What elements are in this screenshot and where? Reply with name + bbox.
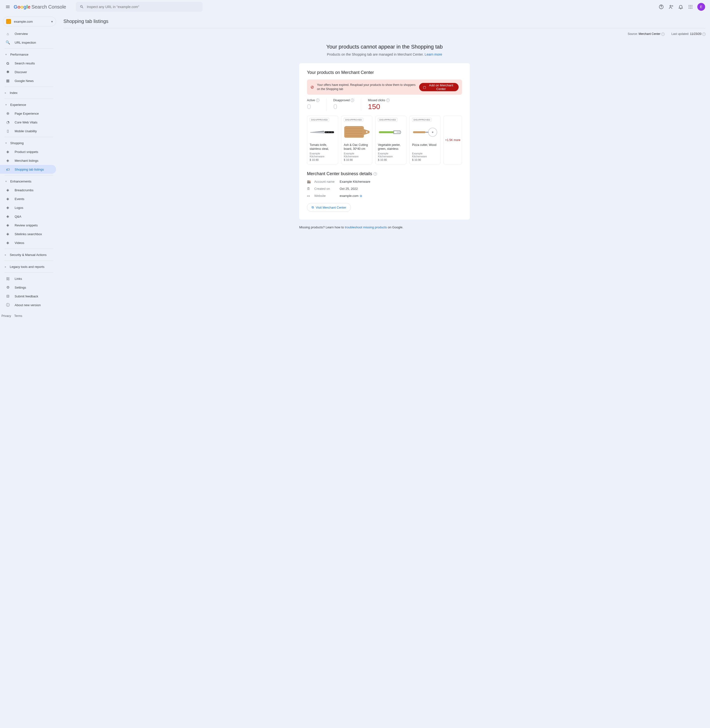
nav-url-inspection[interactable]: 🔍URL inspection	[0, 38, 56, 47]
users-button[interactable]	[668, 4, 674, 10]
privacy-link[interactable]: Privacy	[1, 314, 11, 318]
svg-point-12	[326, 132, 326, 132]
nav-logos[interactable]: ◈Logos	[0, 203, 56, 212]
nav-core-web-vitals[interactable]: ◔Core Web Vitals	[0, 118, 56, 126]
svg-rect-17	[397, 132, 402, 133]
search-input[interactable]	[87, 5, 199, 9]
peeler-icon	[378, 129, 404, 135]
detail-created-on: 🗓Created onOct 25, 2022	[307, 187, 462, 191]
svg-point-5	[688, 6, 689, 7]
nav-group-security[interactable]: ▸Security & Manual Actions	[0, 250, 59, 259]
apps-button[interactable]	[688, 4, 694, 10]
plus-circle-icon: ⊕	[5, 111, 10, 116]
product-list: DISAPPROVED Tomato knife, stainless stea…	[307, 116, 462, 165]
stat-missed-clicks: Missed clicks ? 150	[361, 99, 396, 111]
learn-more-link[interactable]: Learn more	[425, 53, 442, 56]
stat-active-value: 0	[307, 103, 320, 111]
product-card[interactable]: DISAPPROVED Vegetable peeler, green, sta…	[375, 116, 406, 165]
nav-videos[interactable]: ◈Videos	[0, 238, 56, 247]
help-icon[interactable]: ?	[374, 172, 377, 176]
nav-overview[interactable]: ⌂Overview	[0, 29, 56, 38]
nav-search-results[interactable]: GSearch results	[0, 59, 56, 68]
account-avatar[interactable]: E	[697, 3, 705, 11]
status-hero: Your products cannot appear in the Shopp…	[62, 40, 707, 63]
nav-events[interactable]: ◈Events	[0, 194, 56, 203]
visit-merchant-center-button[interactable]: ⧉Visit Merchant Center	[307, 203, 351, 212]
product-card[interactable]: DISAPPROVED Pizza cutter, Wood Example K…	[409, 116, 441, 165]
nav-google-news[interactable]: ▦Google News	[0, 76, 56, 85]
detail-website: ▭Websiteexample.com⧉	[307, 194, 462, 198]
help-button[interactable]	[658, 4, 664, 10]
nav-about-new-version[interactable]: ⓘAbout new version	[0, 301, 56, 309]
nav-page-experience[interactable]: ⊕Page Experience	[0, 109, 56, 118]
nav-group-enhancements[interactable]: ▾Enhancements	[0, 177, 59, 186]
product-card[interactable]: DISAPPROVED Tomato knife, stainless stea…	[307, 116, 338, 165]
nav-qa[interactable]: ◈Q&A	[0, 212, 56, 221]
help-icon[interactable]: ?	[316, 99, 320, 102]
stat-disapproved-value: 0	[333, 103, 354, 111]
nav-product-snippets[interactable]: ◈Product snippets	[0, 147, 56, 156]
nav-group-shopping[interactable]: ▾Shopping	[0, 138, 59, 147]
layers-icon: ◈	[5, 214, 10, 219]
home-icon: ⌂	[5, 32, 10, 36]
nav-review-snippets[interactable]: ◈Review snippets	[0, 221, 56, 229]
property-domain: example.com	[14, 20, 33, 24]
open-external-icon: ⧉	[312, 206, 314, 209]
expired-alert: ⊘ Your offers have expired. Reupload you…	[307, 79, 462, 95]
link-icon: ⛓	[5, 276, 10, 281]
website-link[interactable]: example.com	[340, 194, 358, 198]
discover-icon: ✱	[5, 70, 10, 74]
menu-button[interactable]	[3, 2, 13, 12]
nav-discover[interactable]: ✱Discover	[0, 68, 56, 76]
nav-group-index[interactable]: ▸Index	[0, 88, 59, 97]
svg-point-14	[332, 132, 332, 132]
chevron-down-icon: ▾	[5, 180, 9, 183]
search-icon	[80, 4, 84, 9]
svg-point-8	[688, 8, 689, 9]
bell-icon	[678, 4, 684, 9]
nav-group-legacy[interactable]: ▸Legacy tools and reports	[0, 262, 59, 271]
nav-mobile-usability[interactable]: ▯Mobile Usability	[0, 126, 56, 135]
help-icon[interactable]: ?	[351, 99, 354, 102]
url-inspection-search[interactable]	[76, 2, 202, 12]
svg-point-13	[329, 132, 329, 132]
svg-rect-18	[413, 131, 425, 133]
property-selector[interactable]: ⬚ example.com ▾	[3, 16, 56, 26]
svg-point-21	[432, 131, 433, 133]
page-title: Shopping tab listings	[63, 19, 706, 24]
header: Google Search Console E	[0, 0, 710, 14]
troubleshoot-link[interactable]: troubleshoot missing products	[345, 225, 387, 229]
tag-icon: 🏷	[5, 168, 10, 172]
nav-merchant-listings[interactable]: ◈Merchant listings	[0, 156, 56, 165]
product-card[interactable]: DISAPPROVED Ash & Oac Cutting board, 30*…	[341, 116, 372, 165]
add-on-merchant-center-button[interactable]: ▢Add on Merchant Center	[419, 83, 459, 91]
store-icon: 🏬	[307, 180, 311, 184]
chevron-down-icon: ▾	[5, 53, 9, 56]
nav-breadcrumbs[interactable]: ◈Breadcrumbs	[0, 186, 56, 194]
nav-group-experience[interactable]: ▾Experience	[0, 100, 59, 109]
svg-point-4	[691, 5, 692, 6]
help-icon[interactable]: ?	[386, 99, 390, 102]
chevron-right-icon: ▸	[5, 265, 8, 268]
svg-rect-16	[379, 131, 394, 133]
svg-point-15	[366, 131, 367, 133]
users-icon	[668, 4, 674, 9]
notifications-button[interactable]	[678, 4, 684, 10]
help-circle-icon	[659, 4, 664, 9]
help-icon[interactable]: ?	[702, 32, 706, 36]
nav-links[interactable]: ⛓Links	[0, 274, 56, 283]
nav-shopping-tab-listings[interactable]: 🏷Shopping tab listings	[0, 165, 56, 174]
info-icon: ⓘ	[5, 303, 10, 307]
help-icon[interactable]: ?	[661, 32, 665, 36]
nav-group-performance[interactable]: ▾Performance	[0, 50, 59, 59]
property-favicon: ⬚	[6, 19, 11, 24]
product-image	[378, 123, 404, 142]
product-image	[412, 123, 438, 142]
more-products-link[interactable]: +1.5K more	[443, 116, 462, 165]
svg-point-6	[690, 6, 691, 7]
nav-settings[interactable]: ⚙Settings	[0, 283, 56, 292]
nav-sitelinks-searchbox[interactable]: ◈Sitelinks searchbox	[0, 229, 56, 238]
nav-submit-feedback[interactable]: ⊟Submit feedback	[0, 292, 56, 301]
terms-link[interactable]: Terms	[14, 314, 22, 318]
missing-products-note: Missing products? Learn how to troublesh…	[299, 225, 470, 229]
